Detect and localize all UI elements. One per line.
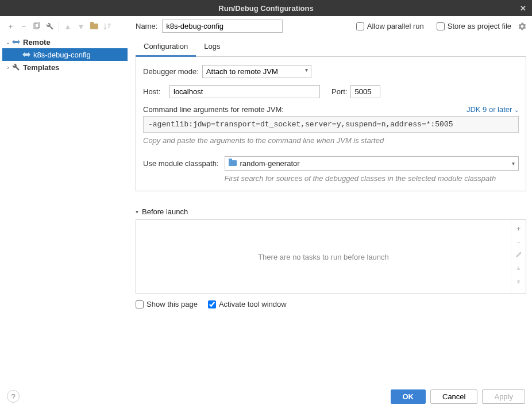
remove-icon[interactable]: － — [18, 21, 29, 32]
config-tree: ⌄ Remote k8s-debug-config › Templates — [2, 36, 128, 74]
edit-icon[interactable] — [515, 251, 522, 261]
cmdline-label: Command line arguments for remote JVM: — [143, 105, 284, 114]
folder-icon[interactable] — [88, 21, 100, 32]
show-this-page-label: Show this page — [147, 300, 198, 308]
tree-node-remote[interactable]: ⌄ Remote — [2, 36, 128, 48]
wrench-icon — [11, 63, 21, 72]
tree-label: Remote — [23, 38, 51, 47]
help-icon[interactable]: ? — [7, 390, 20, 403]
up-icon[interactable]: ▲ — [516, 265, 522, 275]
port-label: Port: — [331, 87, 347, 96]
close-icon[interactable]: ✕ — [520, 4, 526, 13]
allow-parallel-input[interactable] — [356, 22, 364, 30]
copy-icon[interactable] — [31, 21, 43, 32]
before-launch-empty: There are no tasks to run before launch — [136, 220, 511, 294]
host-input[interactable] — [169, 85, 320, 98]
name-row: Name: Allow parallel run Store as projec… — [136, 20, 526, 33]
tree-node-config[interactable]: k8s-debug-config — [2, 48, 128, 61]
tab-logs[interactable]: Logs — [196, 38, 228, 56]
before-launch-body: There are no tasks to run before launch … — [136, 219, 526, 294]
store-project-checkbox[interactable]: Store as project file — [437, 22, 511, 30]
remote-icon — [11, 37, 21, 47]
titlebar: Run/Debug Configurations ✕ — [0, 0, 532, 16]
jdk-dropdown[interactable]: JDK 9 or later ⌄ — [467, 105, 519, 114]
add-icon[interactable]: ＋ — [515, 223, 522, 234]
tree-label: k8s-debug-config — [33, 51, 91, 59]
cmdline-arguments[interactable]: -agentlib:jdwp=transport=dt_socket,serve… — [143, 116, 519, 133]
activate-tool-window-input[interactable] — [208, 300, 216, 308]
before-launch-section: ▾ Before launch There are no tasks to ru… — [136, 207, 526, 308]
tab-configuration[interactable]: Configuration — [136, 38, 196, 57]
debugger-mode-select[interactable]: Attach to remote JVM — [202, 65, 311, 78]
before-launch-header[interactable]: ▾ Before launch — [136, 207, 526, 216]
window-title: Run/Debug Configurations — [218, 4, 313, 13]
gear-icon[interactable] — [518, 22, 526, 30]
tabs: Configuration Logs — [136, 38, 526, 57]
name-label: Name: — [136, 22, 157, 30]
store-project-label: Store as project file — [448, 22, 511, 30]
show-this-page-checkbox[interactable]: Show this page — [136, 300, 198, 308]
chevron-right-icon: › — [5, 64, 11, 71]
down-icon[interactable]: ▼ — [516, 279, 522, 289]
sort-icon[interactable] — [102, 21, 113, 32]
dialog-footer: ? OK Cancel Apply — [0, 384, 532, 409]
module-classpath-select[interactable]: random-generator — [225, 156, 519, 171]
module-value: random-generator — [240, 159, 300, 168]
config-toolbar: ＋ － ▲ ▼ — [2, 20, 128, 36]
host-label: Host: — [143, 87, 166, 96]
module-classpath-label: Use module classpath: — [143, 156, 219, 168]
left-panel: ＋ － ▲ ▼ ⌄ Remote — [0, 16, 130, 384]
debugger-mode-label: Debugger mode: — [143, 67, 199, 76]
show-this-page-input[interactable] — [136, 300, 144, 308]
before-launch-tools: ＋ － ▲ ▼ — [511, 220, 526, 294]
activate-tool-window-checkbox[interactable]: Activate tool window — [208, 300, 287, 308]
right-panel: Name: Allow parallel run Store as projec… — [130, 16, 532, 384]
chevron-down-icon: ▾ — [136, 209, 138, 215]
allow-parallel-label: Allow parallel run — [367, 22, 424, 30]
down-icon[interactable]: ▼ — [75, 21, 87, 32]
allow-parallel-checkbox[interactable]: Allow parallel run — [356, 22, 424, 30]
activate-tool-window-label: Activate tool window — [219, 300, 287, 308]
cmdline-hint: Copy and paste the arguments to the comm… — [143, 136, 519, 145]
svg-rect-0 — [34, 24, 38, 29]
before-launch-title: Before launch — [142, 207, 188, 216]
configuration-panel: Debugger mode: Attach to remote JVM Host… — [136, 57, 526, 191]
port-input[interactable] — [350, 85, 380, 98]
cancel-button[interactable]: Cancel — [430, 389, 477, 404]
tree-node-templates[interactable]: › Templates — [2, 61, 128, 74]
svg-rect-1 — [35, 22, 40, 28]
add-icon[interactable]: ＋ — [5, 21, 16, 32]
module-hint: First search for sources of the debugged… — [225, 174, 519, 183]
store-project-input[interactable] — [437, 22, 445, 30]
name-input[interactable] — [162, 20, 283, 33]
edit-icon[interactable] — [44, 21, 56, 32]
tree-label: Templates — [23, 63, 59, 72]
folder-icon — [229, 159, 237, 168]
chevron-down-icon: ⌄ — [5, 39, 11, 45]
up-icon[interactable]: ▲ — [62, 21, 74, 32]
remove-icon[interactable]: － — [515, 237, 522, 248]
ok-button[interactable]: OK — [391, 389, 426, 404]
remote-icon — [22, 50, 31, 59]
apply-button[interactable]: Apply — [482, 389, 525, 404]
chevron-down-icon: ⌄ — [514, 107, 519, 113]
